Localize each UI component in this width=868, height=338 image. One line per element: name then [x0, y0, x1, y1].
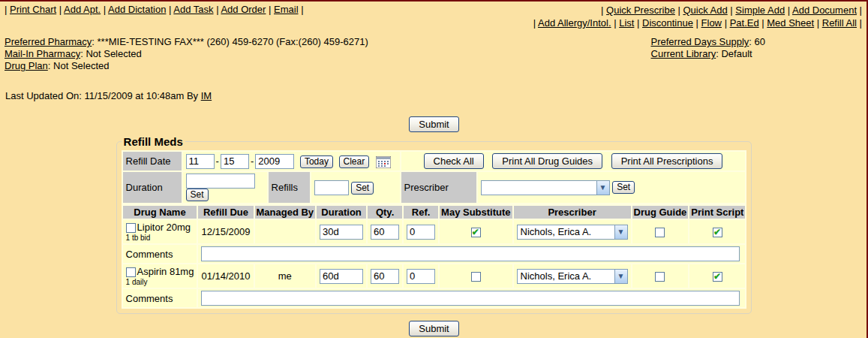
meds-header-row: Drug Name Refill Due Managed By Duration… — [123, 206, 746, 219]
comments-cell — [198, 245, 745, 263]
toolbar-left: Print ChartAdd Apt.Add DictationAdd Task… — [5, 4, 304, 29]
prescriber-select[interactable]: Nichols, Erica A. ▼ — [517, 269, 628, 284]
nav-quick-prescribe[interactable]: Quick Prescribe — [606, 5, 675, 16]
nav-add-allergy[interactable]: Add Allergy/Intol. — [538, 17, 611, 29]
prescriber-cell: Nichols, Erica A. ▼ — [514, 220, 631, 243]
last-updated-text: Last Updated On: 11/15/2009 at 10:48am B… — [5, 90, 198, 101]
drug-select-checkbox[interactable] — [126, 267, 136, 277]
prescriber-set-button[interactable]: Set — [612, 181, 635, 194]
drug-plan-link[interactable]: Drug Plan — [5, 60, 48, 71]
nav-print-chart[interactable]: Print Chart — [10, 4, 56, 15]
print-script-checkbox[interactable] — [713, 272, 722, 282]
col-duration: Duration — [317, 206, 366, 219]
nav-add-dictation[interactable]: Add Dictation — [108, 4, 166, 15]
drug-guide-cell — [632, 264, 689, 288]
pharmacy-info-section: Preferred Pharmacy***MIE-TESTING FAX*** … — [0, 35, 868, 72]
toolbar-right: Quick PrescribeQuick AddSimple AddAdd Do… — [533, 4, 862, 29]
refill-date-day-input[interactable] — [221, 154, 249, 169]
col-drug-name: Drug Name — [123, 206, 197, 219]
print-script-checkbox[interactable] — [713, 228, 722, 237]
refill-meds-fieldset: Refill Meds Refill Date -- Today Clear — [116, 135, 752, 314]
ref-input[interactable] — [407, 225, 435, 240]
may-substitute-checkbox[interactable] — [471, 228, 481, 237]
nav-add-task[interactable]: Add Task — [173, 4, 213, 15]
check-all-button[interactable]: Check All — [424, 153, 484, 169]
comments-input[interactable] — [201, 291, 739, 306]
duration-input[interactable] — [320, 225, 363, 240]
managed-by-cell — [255, 220, 316, 243]
duration-set-button[interactable]: Set — [186, 189, 209, 201]
mail-in-pharmacy-link[interactable]: Mail-In Pharmacy — [5, 48, 80, 59]
nav-simple-add[interactable]: Simple Add — [735, 5, 785, 16]
drug-name-cell: Aspirin 81mg 1 daily — [123, 264, 197, 288]
nav-list[interactable]: List — [619, 17, 634, 29]
drug-name: Aspirin 81mg — [137, 266, 194, 277]
comments-input[interactable] — [201, 246, 739, 261]
col-print-script: Print Script — [689, 206, 745, 219]
col-managed-by: Managed By — [255, 206, 316, 219]
today-button[interactable]: Today — [300, 155, 333, 168]
refills-bulk-input[interactable] — [314, 180, 349, 195]
duration-set-cell: Set — [183, 172, 267, 203]
col-drug-guide: Drug Guide — [632, 206, 689, 219]
may-substitute-cell — [440, 264, 512, 288]
drug-name: Lipitor 20mg — [137, 222, 191, 233]
nav-discontinue[interactable]: Discontinue — [642, 17, 693, 29]
last-updated-line: Last Updated On: 11/15/2009 at 10:48am B… — [0, 90, 868, 101]
drug-select-checkbox[interactable] — [126, 223, 136, 233]
print-all-drug-guides-button[interactable]: Print All Drug Guides — [492, 153, 602, 169]
prescriber-bulk-select[interactable]: ▼ — [481, 180, 610, 195]
submit-button-top[interactable]: Submit — [409, 116, 458, 132]
last-updated-user-link[interactable]: IM — [201, 90, 212, 101]
drug-sig: 1 tb bid — [126, 233, 194, 242]
prescriber-select[interactable]: Nichols, Erica A. ▼ — [517, 225, 628, 240]
pharmacy-info-left: Preferred Pharmacy***MIE-TESTING FAX*** … — [5, 36, 368, 72]
col-qty: Qty. — [368, 206, 402, 219]
refill-controls-table: Refill Date -- Today Clear Check Al — [122, 150, 747, 204]
preferred-pharmacy-link[interactable]: Preferred Pharmacy — [5, 36, 92, 47]
clear-button[interactable]: Clear — [339, 155, 370, 168]
drug-guide-cell — [632, 220, 689, 243]
med-row-aspirin: Aspirin 81mg 1 daily 01/14/2010 me Nicho… — [123, 264, 746, 288]
preferred-pharmacy-value: ***MIE-TESTING FAX*** (260) 459-6270 (Fa… — [98, 36, 368, 47]
ref-input[interactable] — [407, 269, 435, 284]
refills-set-button[interactable]: Set — [351, 182, 374, 195]
print-all-prescriptions-button[interactable]: Print All Prescriptions — [611, 153, 723, 169]
nav-refill-all[interactable]: Refill All — [822, 17, 857, 29]
refills-set-cell: Set — [311, 172, 400, 203]
submit-row-top: Submit — [0, 116, 868, 132]
print-script-cell — [689, 220, 745, 243]
submit-button-bottom[interactable]: Submit — [409, 321, 458, 336]
nav-flow[interactable]: Flow — [701, 17, 722, 29]
col-may-substitute: May Substitute — [440, 206, 512, 219]
qty-cell — [368, 220, 402, 243]
med-row-lipitor: Lipitor 20mg 1 tb bid 12/15/2009 Nichols… — [123, 220, 746, 243]
nav-med-sheet[interactable]: Med Sheet — [767, 17, 814, 29]
drug-guide-checkbox[interactable] — [655, 272, 665, 282]
managed-by-cell: me — [255, 264, 316, 288]
nav-add-apt[interactable]: Add Apt. — [64, 4, 101, 15]
nav-pat-ed[interactable]: Pat.Ed — [730, 17, 759, 29]
comments-row: Comments — [123, 289, 746, 307]
refill-due-cell: 12/15/2009 — [198, 220, 253, 243]
nav-add-order[interactable]: Add Order — [221, 4, 266, 15]
prescriber-set-cell: ▼ Set — [478, 172, 746, 203]
nav-email[interactable]: Email — [274, 4, 299, 15]
duration-label: Duration — [123, 172, 182, 203]
duration-bulk-input[interactable] — [186, 174, 255, 189]
duration-input[interactable] — [320, 269, 363, 284]
qty-input[interactable] — [371, 269, 399, 284]
comments-cell — [198, 289, 745, 307]
qty-input[interactable] — [371, 225, 399, 240]
nav-quick-add[interactable]: Quick Add — [683, 5, 727, 16]
bulk-action-buttons: Check All Print All Drug Guides Print Al… — [401, 152, 746, 171]
calendar-icon[interactable] — [376, 156, 391, 168]
preferred-days-supply-link[interactable]: Preferred Days Supply — [651, 36, 749, 47]
refill-date-year-input[interactable] — [255, 154, 294, 169]
may-substitute-checkbox[interactable] — [471, 272, 481, 282]
refill-date-month-input[interactable] — [186, 154, 215, 169]
duration-cell — [317, 264, 366, 288]
nav-add-document[interactable]: Add Document — [792, 5, 857, 16]
current-library-link[interactable]: Current Library — [651, 48, 716, 59]
drug-guide-checkbox[interactable] — [655, 228, 665, 237]
